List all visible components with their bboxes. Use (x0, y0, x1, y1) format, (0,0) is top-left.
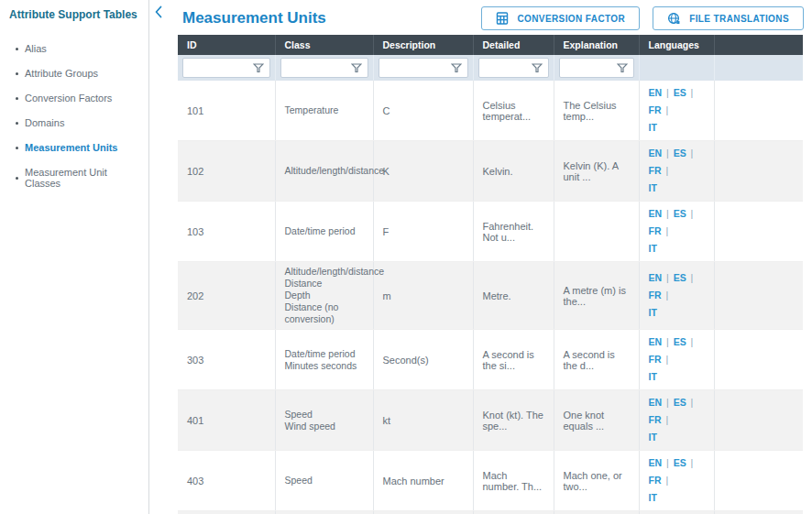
table-row: 103 Date/time period F Fahrenheit. Not u… (178, 202, 803, 262)
language-link-it[interactable]: IT (649, 243, 657, 254)
language-link-en[interactable]: EN (649, 208, 663, 219)
language-link-en[interactable]: EN (649, 148, 663, 159)
cell-description: m (373, 262, 473, 330)
main-panel: Measurement Units CONVERSION FACTOR (149, 0, 812, 514)
cell-id: 102 (178, 141, 275, 202)
table-body: 101 Temperature C Celsius temperat... Th… (178, 81, 803, 514)
language-link-it[interactable]: IT (649, 182, 657, 193)
language-link-es[interactable]: ES (674, 272, 686, 283)
table-row: 404 SpeedWind speedVertical speed m/s Me… (178, 511, 803, 514)
bullet-icon (16, 122, 18, 125)
language-separator: | (662, 397, 674, 408)
cell-class: Temperature (275, 81, 373, 141)
cell-empty (714, 262, 803, 330)
filter-cell-empty (639, 55, 714, 81)
language-link-es[interactable]: ES (674, 397, 686, 408)
language-link-en[interactable]: EN (649, 87, 663, 98)
language-link-es[interactable]: ES (674, 336, 686, 347)
language-link-fr[interactable]: FR (649, 104, 662, 115)
language-separator: | (662, 414, 671, 425)
cell-explanation: Mach one, or two... (554, 451, 639, 511)
cell-class: SpeedWind speed (275, 390, 373, 451)
bullet-icon (16, 97, 18, 100)
cell-languages: EN | ES | FR | IT (639, 451, 714, 511)
cell-description: K (373, 141, 473, 202)
language-link-fr[interactable]: FR (649, 225, 662, 236)
filter-input-description[interactable] (379, 59, 445, 77)
language-link-es[interactable]: ES (674, 87, 686, 98)
cell-explanation: One knot equals ... (554, 390, 639, 451)
file-translations-button[interactable]: FILE TRANSLATIONS (653, 6, 804, 30)
language-link-it[interactable]: IT (649, 371, 657, 382)
sidebar-collapse-button[interactable] (151, 4, 166, 20)
cell-class: Date/time periodMinutes seconds (275, 330, 373, 390)
table-row: 202 Altitude/length/distanceDistanceDept… (178, 262, 803, 330)
filter-box-explanation (559, 58, 634, 78)
filter-input-class[interactable] (281, 59, 346, 77)
sidebar-item-label: Alias (25, 43, 47, 54)
language-link-en[interactable]: EN (649, 336, 663, 347)
language-link-en[interactable]: EN (649, 272, 663, 283)
language-link-fr[interactable]: FR (649, 414, 662, 425)
language-link-fr[interactable]: FR (649, 475, 662, 486)
column-header-description[interactable]: Description (373, 35, 473, 55)
sidebar-item-attribute-groups[interactable]: Attribute Groups (16, 64, 143, 82)
column-header-explanation[interactable]: Explanation (554, 35, 639, 55)
language-link-it[interactable]: IT (649, 492, 657, 503)
language-separator: | (662, 225, 671, 236)
bullet-icon (16, 177, 18, 180)
language-separator: | (662, 87, 674, 98)
filter-input-explanation[interactable] (560, 59, 611, 77)
sidebar-item-measurement-units[interactable]: Measurement Units (16, 138, 143, 157)
cell-detailed: Mach number. Th... (473, 451, 554, 511)
table-row: 401 SpeedWind speed kt Knot (kt). The sp… (178, 390, 803, 451)
filter-menu-button[interactable] (445, 59, 467, 77)
column-header-class[interactable]: Class (275, 35, 373, 55)
language-link-en[interactable]: EN (649, 397, 663, 408)
column-header-languages[interactable]: Languages (639, 35, 714, 55)
language-separator: | (686, 87, 696, 98)
filter-row (178, 55, 803, 81)
language-link-es[interactable]: ES (674, 457, 686, 468)
language-link-fr[interactable]: FR (649, 290, 662, 301)
sidebar-item-measurement-unit-classes[interactable]: Measurement Unit Classes (16, 163, 143, 192)
cell-class: Altitude/length/distanceDistanceDepthDis… (275, 262, 373, 330)
sidebar-item-conversion-factors[interactable]: Conversion Factors (16, 89, 143, 107)
sidebar-item-domains[interactable]: Domains (16, 114, 143, 132)
filter-menu-button[interactable] (611, 59, 633, 77)
column-header-detailed[interactable]: Detailed (473, 35, 554, 55)
cell-explanation: A second is the d... (554, 330, 639, 390)
cell-languages: EN | ES | FR | IT (639, 141, 714, 202)
sidebar-item-label: Measurement Unit Classes (25, 167, 143, 189)
filter-menu-button[interactable] (346, 59, 368, 77)
funnel-icon (532, 63, 543, 73)
sidebar-item-alias[interactable]: Alias (16, 39, 143, 58)
cell-empty (714, 141, 803, 202)
language-link-es[interactable]: ES (674, 148, 686, 159)
language-link-it[interactable]: IT (649, 307, 657, 318)
filter-cell-empty (714, 55, 803, 81)
filter-input-id[interactable] (183, 59, 247, 77)
cell-languages: EN | ES | FR | IT (639, 262, 714, 330)
cell-id: 103 (178, 202, 275, 262)
language-link-en[interactable]: EN (649, 457, 663, 468)
column-header-empty (714, 35, 803, 55)
filter-input-detailed[interactable] (479, 59, 526, 77)
conversion-factor-button[interactable]: CONVERSION FACTOR (481, 6, 640, 30)
button-label: CONVERSION FACTOR (517, 14, 625, 24)
cell-description: Second(s) (373, 330, 473, 390)
table-row: 403 Speed Mach number Mach number. Th...… (178, 451, 803, 511)
sidebar-list: Alias Attribute Groups Conversion Factor… (9, 39, 143, 192)
cell-languages: EN | ES | FR | IT (639, 390, 714, 451)
cell-id: 403 (178, 451, 275, 511)
language-link-fr[interactable]: FR (649, 165, 662, 176)
language-link-es[interactable]: ES (674, 208, 686, 219)
filter-menu-button[interactable] (247, 59, 269, 77)
button-label: FILE TRANSLATIONS (689, 14, 789, 24)
cell-id: 202 (178, 262, 275, 330)
language-link-it[interactable]: IT (649, 432, 657, 443)
column-header-id[interactable]: ID (178, 35, 275, 55)
filter-menu-button[interactable] (526, 59, 548, 77)
language-link-fr[interactable]: FR (649, 354, 662, 365)
language-link-it[interactable]: IT (649, 122, 657, 133)
